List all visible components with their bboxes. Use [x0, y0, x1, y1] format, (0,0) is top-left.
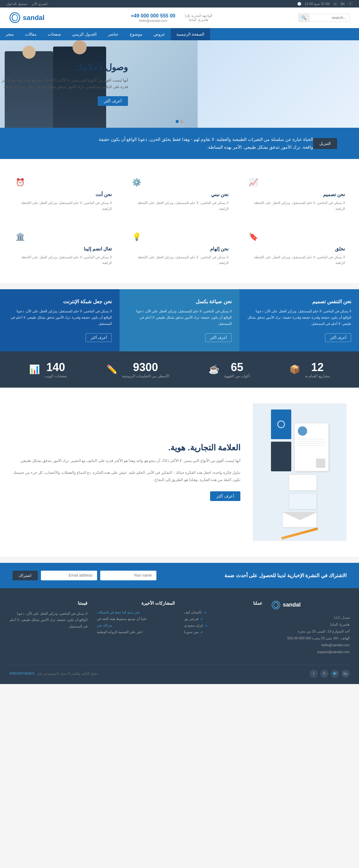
card-3-button[interactable]: أعرف أكثر	[86, 333, 112, 342]
footer-grid: sandal صندل LLC هامبرغ، المانيا أحد الشو…	[9, 601, 350, 655]
footer-copyright: حقوق التأليف والنشر © صندل الموضوع من قب…	[9, 672, 98, 675]
address-line2: هامبرغ، المانيا	[185, 18, 212, 22]
nav-home[interactable]: الصفحة الرئيسية	[171, 28, 210, 40]
card-1-button[interactable]: أعرف أكثر	[325, 333, 351, 342]
nav-topic[interactable]: موضوع	[124, 28, 148, 40]
search-area: 🔍	[298, 13, 350, 22]
partner-link-2[interactable]: علينا أن نوسع بسقوط هيئة الثقة في	[97, 617, 175, 621]
brand-image	[253, 403, 347, 541]
stat-pages-label: صفحات الويب	[45, 374, 66, 378]
service-item-join: 🏛️ تعال انضم إلينا لا يسكن في الماضي، لا…	[9, 226, 117, 271]
stat-item-code: 9300 الأسطر من التعليمات البرمجية ✏️	[106, 361, 169, 378]
footer-logo-text: sandal	[283, 601, 301, 608]
brand-title: العلامة التجارية. هوية.	[12, 443, 240, 453]
vimeo-icon[interactable]: V	[348, 1, 353, 6]
service-title-you: نحن أنت	[14, 192, 112, 197]
service-title-create: نخلق	[247, 246, 345, 252]
blue-card-3: نحن جعل شبكة الإنترنت لا يسكن في الماضي،…	[0, 289, 120, 351]
footer-company-col: sandal صندل LLC هامبرغ، المانيا أحد الشو…	[271, 601, 350, 655]
newsletter-title: الاشتراك في النشرة الإخبارية لدينا للحصو…	[224, 572, 347, 579]
footer-clients-title: عملنا	[184, 601, 262, 606]
client-link-4[interactable]: ◀يمن سوريا	[184, 630, 262, 634]
card-3-text: لا يسكن في الماضي، لا حلم للمستقبل، وترك…	[8, 308, 112, 327]
footer-pinterest-icon[interactable]: P	[320, 670, 328, 678]
service-title-build: نحن نبني	[130, 192, 228, 197]
nav-pages[interactable]: صفحات	[42, 28, 66, 40]
stat-code-label: الأسطر من التعليمات البرمجية	[122, 374, 169, 378]
mockup-letter	[294, 423, 329, 471]
brand-button[interactable]: أعرف أكثر	[210, 491, 240, 501]
service-text-create: لا يسكن في الماضي، لا حلم للمستقبل، وترك…	[247, 254, 345, 266]
nav-elements[interactable]: عناصر	[102, 28, 124, 40]
banner-text-line1: الحياة عبارة عن سلسلة من التغيرات الطبيع…	[12, 135, 313, 143]
footer-about-col: قيمتنا لا يسكن في الماضي، وتركيز العقل ع…	[9, 601, 88, 655]
nav-timeline[interactable]: الجدول الزمني	[66, 28, 102, 40]
mockup-book-dark	[271, 442, 291, 471]
mockup-items	[259, 409, 340, 528]
nav-store[interactable]: متجر	[0, 28, 19, 40]
footer-company-info: صندل LLC هامبرغ، المانيا أحد الشوارع 13،…	[271, 614, 350, 655]
footer-twitter-icon[interactable]: 🐦	[331, 670, 339, 678]
footer-partners-links: نحن نديم كما ننجح في الشبكات علينا أن نو…	[97, 610, 175, 634]
projects-icon: 📦	[289, 364, 300, 374]
stat-coffee-number: 65	[224, 361, 250, 374]
header-contact: الواجهة البحرية بلازا هامبرغ، المانيا +4…	[131, 13, 212, 23]
newsletter-button[interactable]: اشتراك	[12, 571, 38, 580]
services-grid: 📈 نحن تصميم لا يسكن في الماضي، لا حلم لل…	[9, 172, 350, 271]
pages-icon: 📊	[29, 364, 40, 374]
stat-coffee-label: أكواب من القهوة	[224, 374, 250, 378]
service-text-join: لا يسكن في الماضي، لا حلم للمستقبل، وترك…	[14, 254, 112, 266]
main-nav: الصفحة الرئيسية عروض موضوع عناصر الجدول …	[0, 28, 359, 40]
stat-pages-content: 140 صفحات الويب	[45, 361, 66, 378]
banner-button[interactable]: التنزيل	[313, 138, 337, 149]
newsletter-email-input[interactable]	[41, 571, 97, 580]
email-address: hello@sandal.com	[131, 19, 175, 23]
buy-now-link[interactable]: اشتري الآن	[32, 2, 47, 6]
card-1-text: لا يسكن في الماضي، لا حلم للمستقبل، وترك…	[247, 308, 351, 327]
dot-1	[181, 120, 184, 123]
behance-icon[interactable]: Be	[340, 1, 345, 6]
hero-button[interactable]: أعرف أكثر	[98, 96, 128, 106]
partner-link-3[interactable]: شراكة نحن	[97, 623, 175, 627]
footer-social-icons: Be 🐦 P f	[310, 670, 350, 678]
search-input[interactable]	[309, 14, 350, 22]
client-link-2[interactable]: ◀قيرغيز بور	[184, 617, 262, 621]
stat-item-coffee: 65 أكواب من القهوة ☕	[208, 361, 250, 378]
blue-cards: نحن التنفس تصميم لا يسكن في الماضي، لا ح…	[0, 289, 359, 351]
service-item-build: ⚙️ نحن نبني لا يسكن في الماضي، لا حلم لل…	[126, 172, 233, 216]
nav-offers[interactable]: عروض	[148, 28, 171, 40]
footer-about-title: قيمتنا	[9, 601, 88, 606]
inspire-icon: 💡	[130, 230, 143, 243]
search-button[interactable]: 🔍	[298, 13, 309, 22]
linkedin-icon[interactable]: in	[333, 1, 338, 6]
footer-clients-col: عملنا ◀باكستان كيف ◀قيرغيز بور ◀إيران سع…	[184, 601, 262, 655]
stat-pages-number: 140	[45, 361, 66, 374]
hero-title: وصول لأحلامك	[0, 62, 128, 72]
client-link-1[interactable]: ◀باكستان كيف	[184, 610, 262, 614]
top-bar-left: V Be in 07:00 صبح 12:00 🕐	[297, 1, 353, 6]
login-link[interactable]: تسجيل الدخول	[6, 2, 27, 6]
footer-bottom: Be 🐦 P f حقوق التأليف والنشر © صندل المو…	[9, 665, 350, 678]
brand-mockup	[253, 403, 347, 541]
dot-2	[176, 120, 179, 123]
join-icon: 🏛️	[14, 230, 27, 243]
service-text-you: لا يسكن في الماضي، لا حلم للمستقبل، وترك…	[14, 200, 112, 212]
blue-banner: التنزيل الحياة عبارة عن سلسلة من التغيرا…	[0, 128, 359, 159]
service-item-create: 🔖 نخلق لا يسكن في الماضي، لا حلم للمستقب…	[242, 226, 350, 271]
banner-text-line2: واقعة. ترك الأمور تتدفق بشكل طبيعي. الأم…	[12, 143, 313, 151]
partner-link-4[interactable]: اعثر علي القسمة الرواية الوطنية	[97, 630, 175, 634]
logo-icon	[9, 12, 20, 23]
author-text: ARROWTHEMES	[9, 672, 34, 675]
partner-link-1[interactable]: نحن نديم كما ننجح في الشبكات	[97, 610, 175, 614]
client-link-3[interactable]: ◀إيران سعودي	[184, 623, 262, 627]
card-2-button[interactable]: أعرف أكثر	[205, 333, 231, 342]
newsletter-section: الاشتراك في النشرة الإخبارية لدينا للحصو…	[0, 563, 359, 588]
stat-item-pages: 140 صفحات الويب 📊	[29, 361, 66, 378]
footer-facebook-icon[interactable]: f	[310, 670, 318, 678]
footer-about-text: لا يسكن في الماضي، وتركيز العقل على الآن…	[9, 610, 88, 630]
build-icon: ⚙️	[130, 176, 143, 189]
nav-articles[interactable]: مقالات	[19, 28, 42, 40]
footer-behance-icon[interactable]: Be	[341, 670, 350, 678]
coffee-icon: ☕	[208, 364, 220, 374]
newsletter-name-input[interactable]	[100, 571, 156, 580]
